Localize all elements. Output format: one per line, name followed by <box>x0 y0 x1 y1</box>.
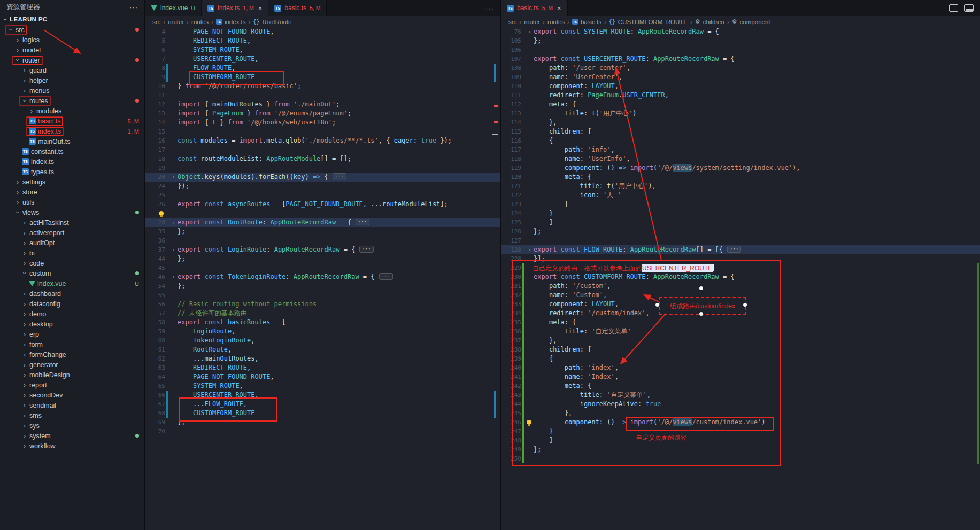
explorer-item-src[interactable]: ›src <box>0 25 144 35</box>
breadcrumb-item[interactable]: index.ts <box>225 19 246 25</box>
fold-chevron-icon[interactable]: › <box>169 218 178 227</box>
code-line-113[interactable]: 113 title: t('用户中心') <box>501 109 980 118</box>
code-line-37[interactable]: 37›export const LoginRoute: AppRouteReco… <box>145 245 500 254</box>
code-line-46[interactable]: 46›export const TokenLoginRoute: AppRout… <box>145 272 500 282</box>
code-line-17[interactable]: 17 <box>145 145 500 154</box>
explorer-item-auditOpt[interactable]: ›auditOpt <box>0 238 144 248</box>
folded-code-ellipsis[interactable]: ··· <box>356 219 369 225</box>
code-line-125[interactable]: 125 ] <box>501 218 980 227</box>
code-line-117[interactable]: 117 path: 'info', <box>501 145 980 154</box>
code-line-111[interactable]: 111 redirect: PageEnum.USER_CENTER, <box>501 91 980 100</box>
code-line-122[interactable]: 122 icon: '人 ' <box>501 191 980 200</box>
code-line-115[interactable]: 115 children: [ <box>501 127 980 136</box>
code-line-15[interactable]: 15 <box>145 127 500 136</box>
code-line-228[interactable]: 228}]; <box>501 254 980 263</box>
code-line-112[interactable]: 112 meta: { <box>501 100 980 109</box>
code-line-13[interactable]: 13import { PageEnum } from '/@/enums/pag… <box>145 109 500 118</box>
explorer-item-menus[interactable]: ›menus <box>0 85 144 96</box>
code-line-7[interactable]: 7 USERCENTER_ROUTE, <box>145 54 500 64</box>
explorer-item-routes[interactable]: ›routes <box>0 96 144 106</box>
lightbulb-icon[interactable] <box>159 211 164 215</box>
code-line-231[interactable]: 231 path: '/custom', <box>501 282 980 291</box>
explorer-item-sendmail[interactable]: ›sendmail <box>0 400 144 410</box>
code-line-11[interactable]: 11 <box>145 91 500 100</box>
explorer-item-mobileDesign[interactable]: ›mobileDesign <box>0 370 144 380</box>
code-line-4[interactable]: 4 PAGE_NOT_FOUND_ROUTE, <box>145 27 500 36</box>
code-line-123[interactable]: 123 } <box>501 200 980 209</box>
code-line-18[interactable]: 18const routeModuleList: AppRouteModule[… <box>145 154 500 163</box>
customize-layout-icon[interactable] <box>964 4 974 12</box>
explorer-item-report[interactable]: ›report <box>0 380 144 390</box>
code-line-243[interactable]: 243 title: '自定义菜单', <box>501 391 980 400</box>
code-line-69[interactable]: 69]; <box>145 418 500 427</box>
code-line-62[interactable]: 62 ...mainOutRoutes, <box>145 354 500 363</box>
explorer-item-index.ts[interactable]: TSindex.ts <box>0 157 144 167</box>
explorer-item-helper[interactable]: ›helper <box>0 75 144 85</box>
code-line-238[interactable]: 238 children: [ <box>501 345 980 354</box>
explorer-item-secondDev[interactable]: ›secondDev <box>0 390 144 400</box>
code-line-236[interactable]: 236 title: '自定义菜单' <box>501 327 980 336</box>
code-line-54[interactable]: 54}; <box>145 282 500 291</box>
code-line-235[interactable]: 235 meta: { <box>501 318 980 327</box>
workspace-root-header[interactable]: › LEARUN PC <box>0 14 144 25</box>
folded-code-ellipsis[interactable]: ··· <box>333 173 346 180</box>
code-line-65[interactable]: 65 SYSTEM_ROUTE, <box>145 381 500 391</box>
code-line-124[interactable]: 124 } <box>501 209 980 218</box>
explorer-item-custom[interactable]: ›custom <box>0 268 144 278</box>
code-line-20[interactable]: 20›Object.keys(modules).forEach((key) =>… <box>145 173 500 182</box>
code-line-6[interactable]: 6 SYSTEM_ROUTE, <box>145 45 500 54</box>
lightbulb-icon[interactable] <box>527 420 531 424</box>
explorer-item-mainOut.ts[interactable]: TSmainOut.ts <box>0 136 144 146</box>
code-line-56[interactable]: 56// Basic routing without permissions <box>145 300 500 309</box>
breadcrumb-item[interactable]: children <box>703 19 724 25</box>
code-line-128[interactable]: 128›export const FLOW_ROUTE: AppRouteRec… <box>501 245 980 254</box>
code-line-24[interactable]: 24}); <box>145 182 500 191</box>
fold-chevron-icon[interactable]: › <box>526 27 534 36</box>
explorer-item-generator[interactable]: ›generator <box>0 360 144 370</box>
explorer-item-bi[interactable]: ›bi <box>0 248 144 258</box>
fold-chevron-icon[interactable]: › <box>526 245 534 254</box>
code-line-250[interactable]: 250 <box>501 454 980 463</box>
code-line-248[interactable]: 248 ] <box>501 436 980 445</box>
code-line-233[interactable]: 233 component: LAYOUT, <box>501 300 980 309</box>
code-line-246[interactable]: 246 component: () => import('/@/views/cu… <box>501 418 980 427</box>
fold-chevron-icon[interactable]: › <box>169 173 178 182</box>
explorer-item-sys[interactable]: ›sys <box>0 420 144 431</box>
split-editor-icon[interactable] <box>949 4 958 12</box>
code-line-27[interactable] <box>145 209 500 218</box>
explorer-item-dashboard[interactable]: ›dashboard <box>0 289 144 299</box>
code-line-116[interactable]: 116 { <box>501 136 980 145</box>
code-line-8[interactable]: 8 FLOW_ROUTE, <box>145 64 500 73</box>
code-line-119[interactable]: 119 component: () => import('/@/views/sy… <box>501 163 980 173</box>
explorer-item-demo[interactable]: ›demo <box>0 309 144 319</box>
explorer-more-actions-icon[interactable]: ··· <box>129 3 138 11</box>
breadcrumb-item[interactable]: CUSTOMFORM_ROUTE <box>618 19 688 25</box>
explorer-item-desktop[interactable]: ›desktop <box>0 319 144 329</box>
code-line-240[interactable]: 240 path: 'index', <box>501 363 980 372</box>
code-line-66[interactable]: 66 USERCENTER_ROUTE, <box>145 391 500 400</box>
code-line-61[interactable]: 61 RootRoute, <box>145 345 500 354</box>
code-line-118[interactable]: 118 name: 'UserInfo', <box>501 154 980 163</box>
code-line-10[interactable]: 10} from '/@/router/routes/basic'; <box>145 82 500 91</box>
fold-chevron-icon[interactable]: › <box>169 245 178 254</box>
explorer-item-guard[interactable]: ›guard <box>0 65 144 75</box>
breadcrumb-item[interactable]: component <box>740 19 770 25</box>
tab-basic.ts[interactable]: TSbasic.ts5, M <box>268 0 327 16</box>
breadcrumb-item[interactable]: routes <box>547 19 565 25</box>
explorer-item-index.ts[interactable]: TSindex.ts1, M <box>0 126 144 136</box>
explorer-item-store[interactable]: ›store <box>0 187 144 197</box>
code-line-108[interactable]: 108 path: '/user-center', <box>501 64 980 73</box>
explorer-item-form[interactable]: ›form <box>0 339 144 349</box>
code-line-242[interactable]: 242 meta: { <box>501 381 980 391</box>
explorer-item-actHiTaskinst[interactable]: ›actHiTaskinst <box>0 217 144 228</box>
explorer-item-router[interactable]: ›router <box>0 55 144 65</box>
code-line-232[interactable]: 232 name: 'Custom', <box>501 291 980 300</box>
folded-code-ellipsis[interactable]: ··· <box>379 273 393 280</box>
code-line-241[interactable]: 241 name: 'Index', <box>501 372 980 381</box>
code-line-60[interactable]: 60 TokenLoginRoute, <box>145 336 500 345</box>
code-line-230[interactable]: 230export const CUSTOMFORM_ROUTE: AppRou… <box>501 272 980 282</box>
breadcrumb-item[interactable]: routes <box>191 19 209 25</box>
code-line-110[interactable]: 110 component: LAYOUT, <box>501 82 980 91</box>
explorer-item-sms[interactable]: ›sms <box>0 410 144 420</box>
close-tab-icon[interactable]: × <box>258 4 263 12</box>
